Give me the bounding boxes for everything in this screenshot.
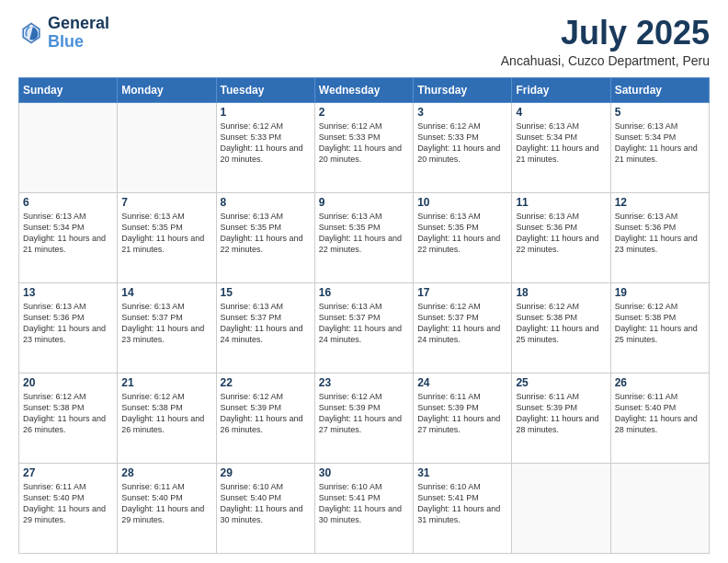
- week-row-3: 13Sunrise: 6:13 AM Sunset: 5:36 PM Dayli…: [19, 282, 710, 373]
- day-info: Sunrise: 6:13 AM Sunset: 5:35 PM Dayligh…: [417, 211, 507, 256]
- calendar-cell: [118, 102, 216, 192]
- day-number: 11: [516, 196, 606, 209]
- calendar-cell: [512, 463, 610, 553]
- day-info: Sunrise: 6:11 AM Sunset: 5:40 PM Dayligh…: [615, 391, 705, 436]
- calendar-cell: 6Sunrise: 6:13 AM Sunset: 5:34 PM Daylig…: [19, 192, 118, 282]
- header-monday: Monday: [118, 77, 216, 102]
- day-info: Sunrise: 6:12 AM Sunset: 5:33 PM Dayligh…: [319, 121, 409, 166]
- calendar-cell: 30Sunrise: 6:10 AM Sunset: 5:41 PM Dayli…: [314, 463, 413, 553]
- day-number: 6: [23, 196, 113, 209]
- day-info: Sunrise: 6:13 AM Sunset: 5:37 PM Dayligh…: [319, 301, 409, 346]
- day-info: Sunrise: 6:13 AM Sunset: 5:35 PM Dayligh…: [221, 211, 311, 256]
- day-number: 30: [319, 466, 409, 479]
- calendar-cell: [610, 463, 709, 553]
- day-number: 1: [221, 106, 311, 119]
- day-number: 14: [121, 286, 211, 299]
- day-number: 26: [615, 376, 705, 389]
- day-info: Sunrise: 6:12 AM Sunset: 5:37 PM Dayligh…: [417, 301, 507, 346]
- day-info: Sunrise: 6:10 AM Sunset: 5:41 PM Dayligh…: [417, 481, 507, 526]
- header-saturday: Saturday: [610, 77, 709, 102]
- day-number: 2: [319, 106, 409, 119]
- day-info: Sunrise: 6:13 AM Sunset: 5:35 PM Dayligh…: [319, 211, 409, 256]
- header-tuesday: Tuesday: [216, 77, 314, 102]
- day-info: Sunrise: 6:12 AM Sunset: 5:38 PM Dayligh…: [516, 301, 606, 346]
- calendar-cell: 21Sunrise: 6:12 AM Sunset: 5:38 PM Dayli…: [118, 373, 216, 463]
- header: General Blue July 2025 Ancahuasi, Cuzco …: [18, 15, 710, 68]
- day-info: Sunrise: 6:12 AM Sunset: 5:33 PM Dayligh…: [417, 121, 507, 166]
- header-sunday: Sunday: [19, 77, 118, 102]
- day-number: 23: [319, 376, 409, 389]
- calendar-cell: 28Sunrise: 6:11 AM Sunset: 5:40 PM Dayli…: [118, 463, 216, 553]
- day-number: 3: [417, 106, 507, 119]
- day-info: Sunrise: 6:10 AM Sunset: 5:40 PM Dayligh…: [221, 481, 311, 526]
- day-number: 10: [417, 196, 507, 209]
- main-title: July 2025: [501, 15, 710, 52]
- day-number: 12: [615, 196, 705, 209]
- day-info: Sunrise: 6:11 AM Sunset: 5:39 PM Dayligh…: [516, 391, 606, 436]
- day-info: Sunrise: 6:12 AM Sunset: 5:39 PM Dayligh…: [319, 391, 409, 436]
- day-info: Sunrise: 6:10 AM Sunset: 5:41 PM Dayligh…: [319, 481, 409, 526]
- calendar-cell: 31Sunrise: 6:10 AM Sunset: 5:41 PM Dayli…: [414, 463, 512, 553]
- day-info: Sunrise: 6:11 AM Sunset: 5:40 PM Dayligh…: [23, 481, 113, 526]
- day-info: Sunrise: 6:13 AM Sunset: 5:34 PM Dayligh…: [23, 211, 113, 256]
- calendar-cell: 12Sunrise: 6:13 AM Sunset: 5:36 PM Dayli…: [610, 192, 709, 282]
- day-number: 5: [615, 106, 705, 119]
- calendar-cell: 1Sunrise: 6:12 AM Sunset: 5:33 PM Daylig…: [216, 102, 314, 192]
- calendar-cell: 19Sunrise: 6:12 AM Sunset: 5:38 PM Dayli…: [610, 282, 709, 373]
- day-number: 28: [121, 466, 211, 479]
- logo-icon: [18, 20, 44, 46]
- calendar-cell: 27Sunrise: 6:11 AM Sunset: 5:40 PM Dayli…: [19, 463, 118, 553]
- calendar-cell: 3Sunrise: 6:12 AM Sunset: 5:33 PM Daylig…: [414, 102, 512, 192]
- day-number: 22: [221, 376, 311, 389]
- header-wednesday: Wednesday: [314, 77, 413, 102]
- day-info: Sunrise: 6:11 AM Sunset: 5:39 PM Dayligh…: [417, 391, 507, 436]
- calendar-cell: [19, 102, 118, 192]
- calendar-cell: 23Sunrise: 6:12 AM Sunset: 5:39 PM Dayli…: [314, 373, 413, 463]
- calendar-cell: 7Sunrise: 6:13 AM Sunset: 5:35 PM Daylig…: [118, 192, 216, 282]
- day-number: 31: [417, 466, 507, 479]
- day-info: Sunrise: 6:13 AM Sunset: 5:34 PM Dayligh…: [516, 121, 606, 166]
- logo-text: General Blue: [48, 15, 109, 52]
- day-info: Sunrise: 6:12 AM Sunset: 5:39 PM Dayligh…: [221, 391, 311, 436]
- day-info: Sunrise: 6:13 AM Sunset: 5:37 PM Dayligh…: [121, 301, 211, 346]
- weekday-header-row: Sunday Monday Tuesday Wednesday Thursday…: [19, 77, 710, 102]
- week-row-2: 6Sunrise: 6:13 AM Sunset: 5:34 PM Daylig…: [19, 192, 710, 282]
- calendar-cell: 14Sunrise: 6:13 AM Sunset: 5:37 PM Dayli…: [118, 282, 216, 373]
- subtitle: Ancahuasi, Cuzco Department, Peru: [501, 53, 710, 68]
- header-thursday: Thursday: [414, 77, 512, 102]
- calendar-cell: 5Sunrise: 6:13 AM Sunset: 5:34 PM Daylig…: [610, 102, 709, 192]
- calendar-table: Sunday Monday Tuesday Wednesday Thursday…: [18, 77, 710, 554]
- day-number: 16: [319, 286, 409, 299]
- day-number: 13: [23, 286, 113, 299]
- calendar-cell: 13Sunrise: 6:13 AM Sunset: 5:36 PM Dayli…: [19, 282, 118, 373]
- day-number: 19: [615, 286, 705, 299]
- title-block: July 2025 Ancahuasi, Cuzco Department, P…: [501, 15, 710, 68]
- calendar-cell: 8Sunrise: 6:13 AM Sunset: 5:35 PM Daylig…: [216, 192, 314, 282]
- day-info: Sunrise: 6:11 AM Sunset: 5:40 PM Dayligh…: [121, 481, 211, 526]
- day-number: 20: [23, 376, 113, 389]
- calendar-cell: 10Sunrise: 6:13 AM Sunset: 5:35 PM Dayli…: [414, 192, 512, 282]
- day-info: Sunrise: 6:13 AM Sunset: 5:36 PM Dayligh…: [516, 211, 606, 256]
- logo-line1: General: [48, 15, 109, 33]
- calendar-cell: 26Sunrise: 6:11 AM Sunset: 5:40 PM Dayli…: [610, 373, 709, 463]
- day-info: Sunrise: 6:12 AM Sunset: 5:33 PM Dayligh…: [221, 121, 311, 166]
- day-number: 9: [319, 196, 409, 209]
- day-info: Sunrise: 6:13 AM Sunset: 5:34 PM Dayligh…: [615, 121, 705, 166]
- day-info: Sunrise: 6:13 AM Sunset: 5:36 PM Dayligh…: [23, 301, 113, 346]
- day-number: 18: [516, 286, 606, 299]
- day-number: 24: [417, 376, 507, 389]
- day-number: 21: [121, 376, 211, 389]
- day-number: 25: [516, 376, 606, 389]
- logo-line2: Blue: [48, 33, 109, 52]
- calendar-cell: 29Sunrise: 6:10 AM Sunset: 5:40 PM Dayli…: [216, 463, 314, 553]
- calendar-cell: 9Sunrise: 6:13 AM Sunset: 5:35 PM Daylig…: [314, 192, 413, 282]
- day-number: 15: [221, 286, 311, 299]
- header-friday: Friday: [512, 77, 610, 102]
- day-number: 27: [23, 466, 113, 479]
- day-info: Sunrise: 6:12 AM Sunset: 5:38 PM Dayligh…: [23, 391, 113, 436]
- calendar-cell: 16Sunrise: 6:13 AM Sunset: 5:37 PM Dayli…: [314, 282, 413, 373]
- calendar-cell: 2Sunrise: 6:12 AM Sunset: 5:33 PM Daylig…: [314, 102, 413, 192]
- day-info: Sunrise: 6:13 AM Sunset: 5:37 PM Dayligh…: [221, 301, 311, 346]
- day-number: 4: [516, 106, 606, 119]
- calendar-cell: 22Sunrise: 6:12 AM Sunset: 5:39 PM Dayli…: [216, 373, 314, 463]
